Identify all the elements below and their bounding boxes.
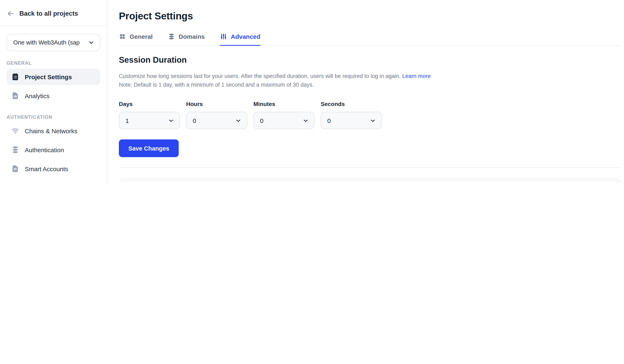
sidebar-item-label: Smart Accounts <box>25 165 68 172</box>
tab-domains[interactable]: Domains <box>168 33 205 45</box>
days-label: Days <box>119 101 180 107</box>
sidebar-item-analytics[interactable]: Analytics <box>7 87 100 104</box>
arrow-left-icon <box>7 9 15 18</box>
minutes-select[interactable]: 0 <box>253 112 314 129</box>
hours-field: Hours 0 <box>186 101 247 129</box>
seconds-select[interactable]: 0 <box>321 112 382 129</box>
analytics-file-icon <box>11 92 19 100</box>
sidebar-item-authentication[interactable]: Authentication <box>7 142 100 158</box>
sidebar-item-label: Chains & Networks <box>25 127 77 134</box>
test-accounts-card: Test Accounts Enabling this option permi… <box>119 179 621 182</box>
database-icon <box>11 146 19 154</box>
project-selector[interactable]: One with Web3Auth (sap <box>7 34 100 51</box>
days-select[interactable]: 1 <box>119 112 180 129</box>
clipboard-icon <box>11 73 19 81</box>
duration-form: Days 1 Hours 0 Minutes 0 <box>119 101 624 129</box>
page-title: Project Settings <box>119 10 624 22</box>
seconds-value: 0 <box>327 117 331 124</box>
back-to-projects-label: Back to all projects <box>19 10 78 17</box>
chevron-down-icon <box>235 118 241 124</box>
tab-general[interactable]: General <box>119 33 153 45</box>
tab-bar: General Domains Advanced <box>119 33 621 46</box>
seconds-label: Seconds <box>321 101 382 107</box>
wifi-icon <box>11 127 19 135</box>
minutes-field: Minutes 0 <box>253 101 314 129</box>
sidebar-item-project-settings[interactable]: Project Settings <box>7 69 100 85</box>
days-field: Days 1 <box>119 101 180 129</box>
chevron-down-icon <box>168 118 174 124</box>
tab-label: General <box>130 33 153 40</box>
sidebar-item-chains-networks[interactable]: Chains & Networks <box>7 122 100 139</box>
tab-label: Domains <box>179 33 205 40</box>
chevron-down-icon <box>303 118 309 124</box>
learn-more-link[interactable]: Learn more <box>402 73 431 79</box>
sidebar-item-label: Authentication <box>25 146 64 153</box>
save-changes-button[interactable]: Save Changes <box>119 140 179 157</box>
hours-select[interactable]: 0 <box>186 112 247 129</box>
minutes-label: Minutes <box>253 101 314 107</box>
tab-label: Advanced <box>231 33 260 40</box>
section-divider <box>119 168 621 168</box>
hours-label: Hours <box>186 101 247 107</box>
hours-value: 0 <box>193 117 196 124</box>
sliders-icon <box>220 33 227 40</box>
sidebar-section-authentication: AUTHENTICATION <box>7 115 100 120</box>
back-to-projects-link[interactable]: Back to all projects <box>0 0 107 25</box>
chevron-down-icon <box>370 118 376 124</box>
session-duration-description: Customize how long sessions last for you… <box>119 72 573 90</box>
app-window: Back to all projects One with Web3Auth (… <box>0 0 624 182</box>
sidebar-item-smart-accounts[interactable]: Smart Accounts <box>7 160 100 177</box>
grid-icon <box>119 33 126 40</box>
project-selector-value: One with Web3Auth (sap <box>13 39 85 46</box>
sidebar-item-label: Project Settings <box>25 73 72 80</box>
sidebar: Back to all projects One with Web3Auth (… <box>0 0 107 182</box>
main-content: Project Settings General Domains <box>107 0 624 182</box>
tab-advanced[interactable]: Advanced <box>220 33 260 45</box>
days-value: 1 <box>126 117 129 124</box>
minutes-value: 0 <box>260 117 263 124</box>
session-duration-description-text: Customize how long sessions last for you… <box>119 73 401 79</box>
sidebar-section-general: GENERAL <box>7 61 100 66</box>
seconds-field: Seconds 0 <box>321 101 382 129</box>
database-icon <box>168 33 175 40</box>
session-duration-note: Note: Default is 1 day, with a minimum o… <box>119 82 314 88</box>
session-duration-title: Session Duration <box>119 55 624 65</box>
document-icon <box>11 165 19 173</box>
chevron-down-icon <box>88 39 95 46</box>
sidebar-divider <box>0 25 107 26</box>
sidebar-item-label: Analytics <box>25 92 50 99</box>
